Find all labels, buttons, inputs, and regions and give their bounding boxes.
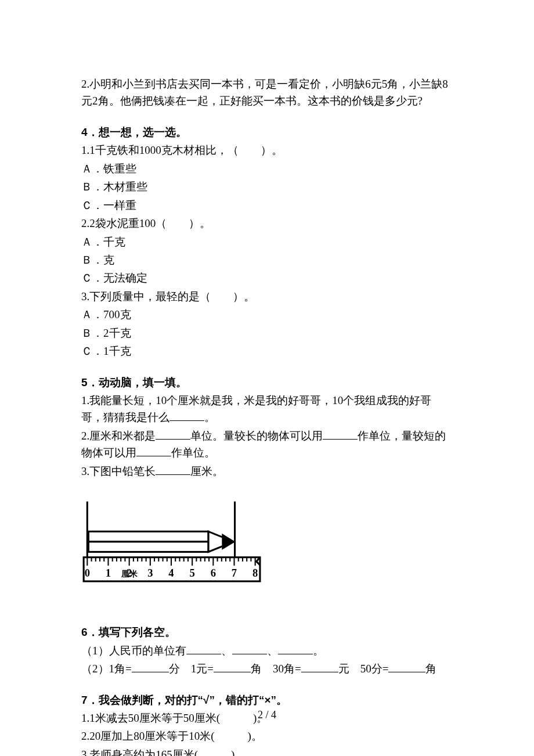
heading-text: 动动脑，填一填。 bbox=[99, 376, 187, 388]
s4-q1-stem: 1.1千克铁和1000克木材相比，（ ）。 bbox=[81, 142, 453, 159]
section-4-heading: 4．想一想，选一选。 bbox=[81, 124, 453, 141]
s4-q3-optC: Ｃ．1千克 bbox=[81, 343, 453, 359]
svg-marker-4 bbox=[223, 535, 234, 549]
text: 厘米。 bbox=[190, 465, 223, 477]
text: 分 1元= bbox=[169, 663, 214, 675]
text: 角 30角= bbox=[251, 663, 301, 675]
heading-number: 6． bbox=[81, 626, 99, 638]
s4-q3-optB: Ｂ．2千克 bbox=[81, 325, 453, 341]
section-7-heading: 7．我会做判断，对的打“√”，错的打“×”。 bbox=[81, 692, 453, 708]
ruler-unit-label: 厘米 bbox=[121, 569, 138, 578]
text: 。 bbox=[313, 645, 324, 657]
page-number: 2 / 4 bbox=[0, 707, 534, 723]
text: （2）1角= bbox=[81, 663, 132, 675]
s4-q1-optA: Ａ．铁重些 bbox=[81, 160, 453, 177]
q-body: 小明和小兰到书店去买同一本书，可是一看定价，小明缺6元5角，小兰缺8元2角。他俩… bbox=[81, 78, 448, 107]
heading-text: 想一想，选一选。 bbox=[99, 126, 187, 138]
text: 元 50分= bbox=[338, 663, 389, 675]
heading-number: 5． bbox=[81, 376, 99, 388]
s4-q1-optC: Ｃ．一样重 bbox=[81, 197, 453, 214]
text: 作单位。 bbox=[171, 447, 215, 459]
text: 、 bbox=[221, 645, 232, 657]
fill-blank[interactable] bbox=[214, 662, 251, 672]
ruler-pencil-svg: 012345678厘米 bbox=[81, 497, 261, 590]
ruler-number: 7 bbox=[232, 567, 237, 579]
fill-blank[interactable] bbox=[136, 446, 171, 456]
section-5-heading: 5．动动脑，填一填。 bbox=[81, 374, 453, 391]
fill-blank[interactable] bbox=[169, 411, 204, 421]
s4-q1-optB: Ｂ．木材重些 bbox=[81, 178, 453, 195]
ruler-number: 0 bbox=[85, 567, 90, 579]
text: 3.下图中铅笔长 bbox=[81, 465, 156, 477]
ruler-number: 1 bbox=[106, 567, 111, 579]
question-text: 2.小明和小兰到书店去买同一本书，可是一看定价，小明缺6元5角，小兰缺8元2角。… bbox=[81, 75, 453, 110]
text: 1.我能量长短，10个厘米就是我，米是我的好哥哥，10个我组成我的好哥哥，猜猜我… bbox=[81, 394, 431, 423]
fill-blank[interactable] bbox=[323, 429, 358, 440]
text: 单位。量较长的物体可以用 bbox=[190, 430, 323, 442]
fill-blank[interactable] bbox=[301, 662, 338, 672]
s4-q2-optA: Ａ．千克 bbox=[81, 233, 453, 250]
text: （1）人民币的单位有 bbox=[81, 645, 186, 657]
text: 。 bbox=[204, 411, 215, 423]
fill-blank[interactable] bbox=[156, 465, 190, 475]
fill-blank[interactable] bbox=[186, 644, 221, 654]
ruler-number: 8 bbox=[252, 567, 258, 579]
fill-blank[interactable] bbox=[156, 429, 190, 440]
text: 角 bbox=[425, 663, 436, 675]
heading-text: 我会做判断，对的打“√”，错的打“×”。 bbox=[99, 694, 288, 706]
s5-q3: 3.下图中铅笔长厘米。 bbox=[81, 463, 453, 480]
fill-blank[interactable] bbox=[278, 644, 313, 654]
heading-text: 填写下列各空。 bbox=[99, 626, 176, 638]
s7-item3: 3.老师身高约为165厘米( )。 bbox=[81, 746, 453, 756]
s4-q2-optB: Ｂ．克 bbox=[81, 251, 453, 268]
s5-q1: 1.我能量长短，10个厘米就是我，米是我的好哥哥，10个我组成我的好哥哥，猜猜我… bbox=[81, 392, 453, 426]
s4-q3-stem: 3.下列质量中，最轻的是（ ）。 bbox=[81, 288, 453, 305]
ruler-pencil-figure: 012345678厘米 bbox=[81, 497, 453, 590]
ruler-number: 5 bbox=[190, 567, 195, 579]
heading-number: 4． bbox=[81, 126, 99, 138]
s5-q2: 2.厘米和米都是单位。量较长的物体可以用作单位，量较短的物体可以用作单位。 bbox=[81, 427, 453, 462]
s7-item2: 2.20厘加上80厘米等于10米( )。 bbox=[81, 728, 453, 744]
ruler-number: 6 bbox=[211, 567, 216, 579]
q-number: 2. bbox=[81, 78, 89, 90]
text: 、 bbox=[267, 645, 278, 657]
s6-line1: （1）人民币的单位有、、。 bbox=[81, 642, 453, 659]
section-6-heading: 6．填写下列各空。 bbox=[81, 624, 453, 640]
s4-q3-optA: Ａ．700克 bbox=[81, 306, 453, 323]
s6-line2: （2）1角=分 1元=角 30角=元 50分=角 bbox=[81, 660, 453, 677]
text: 2.厘米和米都是 bbox=[81, 430, 156, 442]
s4-q2-optC: Ｃ．无法确定 bbox=[81, 269, 453, 286]
fill-blank[interactable] bbox=[132, 662, 169, 672]
fill-blank[interactable] bbox=[388, 662, 425, 672]
fill-blank[interactable] bbox=[232, 644, 267, 654]
s4-q2-stem: 2.2袋水泥重100（ ）。 bbox=[81, 215, 453, 232]
ruler-number: 3 bbox=[147, 567, 153, 579]
heading-number: 7． bbox=[81, 694, 99, 706]
ruler-number: 4 bbox=[168, 567, 174, 579]
